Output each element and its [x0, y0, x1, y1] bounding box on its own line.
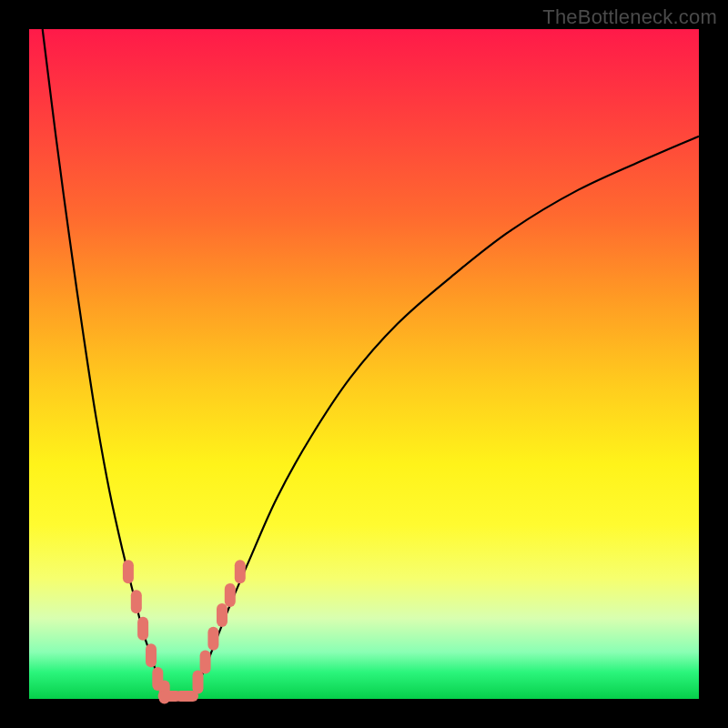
marker-point: [193, 671, 204, 694]
curve-left: [43, 29, 170, 699]
markers-group: [123, 560, 246, 703]
marker-point: [217, 603, 228, 627]
marker-point: [225, 583, 236, 607]
curves-svg: [29, 29, 699, 699]
marker-point: [131, 590, 142, 613]
marker-point: [200, 651, 211, 674]
marker-point: [123, 560, 134, 583]
marker-point: [207, 627, 218, 651]
plot-area: [29, 29, 699, 699]
chart-frame: TheBottleneck.com: [0, 0, 728, 728]
curve-right: [190, 136, 699, 699]
marker-point: [235, 560, 246, 583]
marker-point: [146, 643, 157, 667]
watermark-text: TheBottleneck.com: [542, 5, 717, 29]
marker-point: [137, 617, 148, 641]
